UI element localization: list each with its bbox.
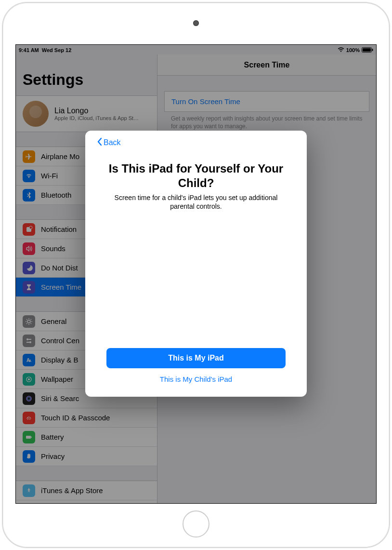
home-button[interactable]: [183, 510, 209, 537]
modal-subtitle: Screen time for a child's iPad lets you …: [97, 193, 295, 211]
screentime-setup-modal: Back Is This iPad for Yourself or Your C…: [85, 130, 307, 396]
this-is-my-ipad-button[interactable]: This is My iPad: [106, 348, 286, 368]
modal-title: Is This iPad for Yourself or Your Child?: [97, 161, 295, 190]
this-is-my-childs-ipad-button[interactable]: This is My Child's iPad: [97, 368, 295, 385]
ipad-frame: 9:41 AM Wed Sep 12 100% Settings: [2, 2, 390, 548]
back-button[interactable]: Back: [97, 137, 121, 148]
chevron-left-icon: [97, 137, 103, 148]
screen: 9:41 AM Wed Sep 12 100% Settings: [15, 44, 377, 504]
back-label: Back: [104, 138, 121, 147]
camera-dot: [193, 20, 199, 26]
